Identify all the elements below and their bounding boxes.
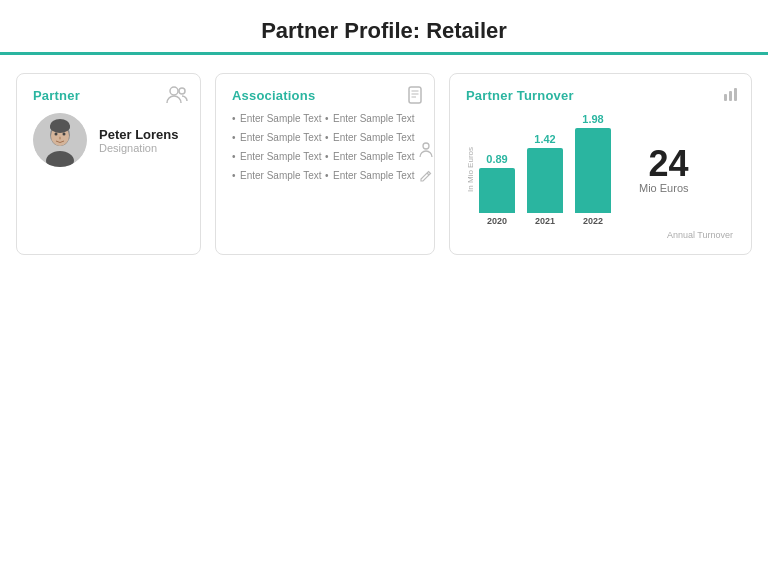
svg-point-16 bbox=[423, 143, 429, 149]
svg-point-10 bbox=[50, 119, 70, 133]
partner-designation: Designation bbox=[99, 142, 178, 154]
bar-group-2020: 0.89 2020 bbox=[479, 153, 515, 226]
page-header: Partner Profile: Retailer bbox=[0, 0, 768, 55]
associations-card: Associations Enter Sample Text Enter Sam… bbox=[215, 73, 435, 255]
list-item: Enter Sample Text bbox=[232, 151, 325, 162]
bar-group-2021: 1.42 2021 bbox=[527, 133, 563, 226]
assoc-side-icons bbox=[417, 138, 435, 190]
list-item: Enter Sample Text bbox=[325, 170, 418, 181]
partner-card: Partner bbox=[16, 73, 201, 255]
annual-turnover-label: Annual Turnover bbox=[466, 230, 735, 240]
turnover-big-unit: Mio Euros bbox=[639, 182, 689, 194]
svg-rect-17 bbox=[724, 94, 727, 101]
list-item: Enter Sample Text bbox=[325, 132, 418, 143]
person-side-icon[interactable] bbox=[419, 142, 433, 161]
partner-name: Peter Lorens bbox=[99, 127, 178, 142]
svg-rect-18 bbox=[729, 91, 732, 101]
bar-rect-2022 bbox=[575, 128, 611, 213]
list-item: Enter Sample Text bbox=[325, 113, 418, 124]
bar-year-2022: 2022 bbox=[583, 216, 603, 226]
svg-point-9 bbox=[59, 137, 61, 140]
edit-side-icon[interactable] bbox=[419, 169, 433, 186]
list-item: Enter Sample Text bbox=[232, 170, 325, 181]
bar-value-2020: 0.89 bbox=[486, 153, 507, 165]
bar-year-2020: 2020 bbox=[487, 216, 507, 226]
partner-details: Peter Lorens Designation bbox=[99, 127, 178, 154]
bar-value-2022: 1.98 bbox=[582, 113, 603, 125]
bar-group-2022: 1.98 2022 bbox=[575, 113, 611, 226]
bars-area: 0.89 2020 1.42 2021 1.98 2022 bbox=[479, 113, 735, 226]
bar-rect-2021 bbox=[527, 148, 563, 213]
turnover-card-title: Partner Turnover bbox=[466, 88, 735, 103]
partner-info: Peter Lorens Designation bbox=[33, 113, 184, 167]
turnover-big-number: 24 bbox=[648, 146, 688, 182]
bar-value-2021: 1.42 bbox=[534, 133, 555, 145]
svg-point-0 bbox=[170, 87, 178, 95]
associations-card-title: Associations bbox=[232, 88, 418, 103]
turnover-content: In Mio Euros 0.89 2020 1.42 2021 1.98 bbox=[466, 113, 735, 226]
svg-point-1 bbox=[179, 88, 185, 94]
list-item: Enter Sample Text bbox=[232, 132, 325, 143]
page-title: Partner Profile: Retailer bbox=[0, 18, 768, 44]
svg-rect-12 bbox=[409, 87, 421, 103]
bar-year-2021: 2021 bbox=[535, 216, 555, 226]
svg-point-7 bbox=[55, 133, 58, 136]
svg-point-8 bbox=[63, 133, 66, 136]
chart-icon bbox=[723, 86, 739, 106]
bar-rect-2020 bbox=[479, 168, 515, 213]
cards-row: Partner bbox=[0, 73, 768, 255]
associations-columns: Enter Sample Text Enter Sample Text Ente… bbox=[232, 113, 418, 189]
partner-icon bbox=[166, 86, 188, 109]
avatar bbox=[33, 113, 87, 167]
turnover-big: 24 Mio Euros bbox=[639, 146, 689, 194]
document-icon bbox=[408, 86, 422, 108]
y-axis-label: In Mio Euros bbox=[466, 147, 475, 192]
list-item: Enter Sample Text bbox=[232, 113, 325, 124]
assoc-col-2: Enter Sample Text Enter Sample Text Ente… bbox=[325, 113, 418, 189]
partner-card-title: Partner bbox=[33, 88, 184, 103]
assoc-col-1: Enter Sample Text Enter Sample Text Ente… bbox=[232, 113, 325, 189]
svg-rect-19 bbox=[734, 88, 737, 101]
turnover-card: Partner Turnover In Mio Euros 0.89 2020 … bbox=[449, 73, 752, 255]
list-item: Enter Sample Text bbox=[325, 151, 418, 162]
